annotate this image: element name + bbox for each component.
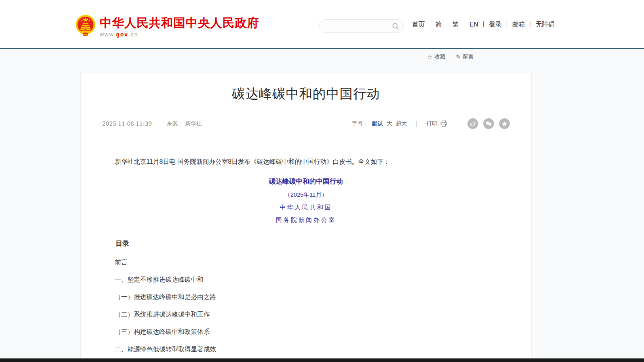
article-card: 碳达峰碳中和的中国行动 2025-11-08 11:39 来源： 新华社 字号：… xyxy=(80,72,532,362)
wechat-share-button[interactable] xyxy=(483,118,494,129)
wechat-icon xyxy=(485,120,492,127)
toc-item: （一）推进碳达峰碳中和是必由之路 xyxy=(102,294,510,300)
toc-item: 二、能源绿色低碳转型取得显著成效 xyxy=(102,346,510,353)
star-circle-icon xyxy=(502,121,508,127)
fontsize-label: 字号： xyxy=(352,120,369,127)
fontsize-option[interactable]: 大 xyxy=(387,120,392,127)
toc-item: （三）构建碳达峰碳中和政策体系 xyxy=(102,328,510,335)
site-title: 中华人民共和国中央人民政府 xyxy=(100,17,259,29)
article-title: 碳达峰碳中和的中国行动 xyxy=(102,86,510,102)
site-url-gov: gov xyxy=(116,31,128,38)
fontsize-options: 默认大超大 xyxy=(369,120,407,127)
printer-icon xyxy=(440,120,447,127)
center-line: （2025年11月） xyxy=(102,191,510,199)
center-line: 中华人民共和国 xyxy=(102,204,510,211)
toc-item: 前言 xyxy=(102,259,510,265)
national-emblem-icon xyxy=(75,14,96,37)
meta-divider-line xyxy=(102,139,510,139)
toc-list: 前言一、坚定不移推进碳达峰碳中和（一）推进碳达峰碳中和是必由之路（二）系统推进碳… xyxy=(102,259,510,362)
favorite-label: 收藏 xyxy=(434,53,445,61)
source-label: 来源： xyxy=(167,120,184,127)
toolbar-separator xyxy=(457,121,457,127)
top-nav: 首页简繁EN登录邮箱无障碍 xyxy=(407,21,560,27)
site-url-suffix: .cn xyxy=(128,31,138,38)
search-icon[interactable] xyxy=(392,23,399,30)
toolbar-separator xyxy=(416,121,417,127)
comment-label: 留言 xyxy=(463,53,474,61)
fontsize-option[interactable]: 超大 xyxy=(396,120,407,127)
publish-date: 2025-11-08 11:39 xyxy=(102,121,152,127)
center-line: 碳达峰碳中和的中国行动 xyxy=(102,177,510,186)
national-emblem-logo[interactable] xyxy=(75,14,96,37)
article-center-block: 碳达峰碳中和的中国行动（2025年11月）中华人民共和国国务院新闻办公室 xyxy=(102,177,510,224)
search-box xyxy=(319,19,404,33)
comment-button[interactable]: ✎ 留言 xyxy=(456,53,474,61)
share-icons xyxy=(467,118,510,129)
favorite-button[interactable]: ☆ 收藏 xyxy=(427,53,445,61)
search-input[interactable] xyxy=(326,23,392,30)
fontsize-option[interactable]: 默认 xyxy=(372,120,383,127)
viewport-bottom-bar xyxy=(0,358,644,362)
nav-item[interactable]: 简 xyxy=(430,21,447,27)
star-icon: ☆ xyxy=(427,53,432,61)
toc-heading: 目录 xyxy=(102,239,510,248)
article-actions-row: ☆ 收藏 ✎ 留言 xyxy=(80,53,532,61)
weibo-share-button[interactable] xyxy=(467,118,478,129)
nav-item[interactable]: 邮箱 xyxy=(507,21,530,27)
print-button[interactable]: 打印 xyxy=(426,120,447,127)
article-meta-row: 2025-11-08 11:39 来源： 新华社 字号： 默认大超大 打印 xyxy=(102,118,510,129)
site-header: 中华人民共和国中央人民政府 www.gov.cn 首页简繁EN登录邮箱无障碍 xyxy=(0,0,644,48)
article-lead-paragraph: 新华社北京11月8日电 国务院新闻办公室8日发布《碳达峰碳中和的中国行动》白皮书… xyxy=(102,157,510,167)
nav-item[interactable]: EN xyxy=(464,21,483,27)
pencil-icon: ✎ xyxy=(456,53,461,61)
page-body: ☆ 收藏 ✎ 留言 碳达峰碳中和的中国行动 2025-11-08 11:39 来… xyxy=(0,49,644,362)
nav-item[interactable]: 登录 xyxy=(483,21,507,27)
nav-item[interactable]: 繁 xyxy=(447,21,464,27)
site-brand: 中华人民共和国中央人民政府 www.gov.cn xyxy=(100,17,259,38)
center-line: 国务院新闻办公室 xyxy=(102,216,510,224)
toc-item: 一、坚定不移推进碳达峰碳中和 xyxy=(102,276,510,283)
nav-item[interactable]: 无障碍 xyxy=(530,21,560,27)
site-url: www.gov.cn xyxy=(100,31,259,38)
print-label: 打印 xyxy=(426,120,437,127)
weibo-icon xyxy=(469,120,476,127)
nav-item[interactable]: 首页 xyxy=(407,21,430,27)
star-share-button[interactable] xyxy=(499,118,510,129)
site-url-prefix: www. xyxy=(100,31,116,38)
source-value[interactable]: 新华社 xyxy=(185,120,202,127)
toc-item: （二）系统推进碳达峰碳中和工作 xyxy=(102,311,510,318)
article-toolbar: 字号： 默认大超大 打印 xyxy=(352,118,510,129)
